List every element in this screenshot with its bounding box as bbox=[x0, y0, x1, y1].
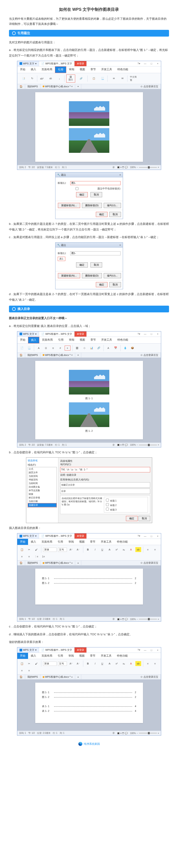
list-item[interactable]: 标记目录项 bbox=[28, 496, 57, 499]
endnote-btn[interactable]: ab bbox=[46, 74, 55, 83]
m2-start[interactable]: 开始 bbox=[17, 337, 28, 343]
list-item[interactable]: 跳至文件 bbox=[28, 471, 57, 474]
font-select[interactable]: 宋体 bbox=[43, 548, 57, 552]
win-help[interactable]: ?▾ bbox=[136, 61, 142, 66]
list-item[interactable]: 自动图文集 bbox=[28, 485, 57, 489]
list-item[interactable]: 公式 bbox=[28, 467, 57, 471]
toc-button[interactable]: 📑 bbox=[19, 74, 28, 83]
win-max[interactable]: □ bbox=[148, 61, 155, 66]
cancel-button-2[interactable]: 取消 bbox=[109, 212, 121, 217]
chk-h3[interactable] bbox=[106, 507, 109, 510]
ok-button-4[interactable]: 确定 bbox=[96, 282, 108, 287]
app-tab-doc[interactable]: 📄WPS客服中…WPS 文字 bbox=[39, 61, 75, 66]
m2-view[interactable]: 视图 bbox=[77, 337, 88, 343]
num-btn[interactable]: # bbox=[57, 346, 63, 350]
chk-h2[interactable] bbox=[106, 503, 109, 506]
mail-button[interactable]: ✉ bbox=[109, 74, 118, 83]
list-item[interactable]: 文档的页数 bbox=[28, 507, 57, 508]
menu-view[interactable]: 视图 bbox=[77, 66, 88, 73]
menu-start[interactable]: 开始 bbox=[17, 66, 28, 73]
watermark-btn[interactable]: 💧 bbox=[122, 346, 128, 350]
ok-button-2[interactable]: 确定 bbox=[96, 212, 108, 217]
new-label-button[interactable]: 新建标签(N)... bbox=[58, 203, 80, 208]
list-item[interactable]: 当前页码 bbox=[28, 474, 57, 478]
fc-ok[interactable]: 确定 bbox=[126, 516, 138, 521]
caption-button[interactable]: 🖼题注 bbox=[66, 74, 75, 83]
list-item[interactable]: 当前日期 bbox=[28, 499, 57, 503]
footnote-btn[interactable]: ab¹ bbox=[39, 76, 45, 81]
field-button[interactable]: ≡ bbox=[65, 346, 70, 350]
fc-sample2[interactable]: 目录 bbox=[60, 489, 150, 494]
numbering-button[interactable]: 编号(U)... bbox=[104, 203, 121, 208]
dlg-close-icon[interactable]: × bbox=[119, 174, 121, 176]
text-btn[interactable]: A bbox=[36, 346, 42, 350]
fc-sample[interactable]: 创建正文目录 bbox=[60, 482, 150, 488]
win-close[interactable]: × bbox=[155, 61, 161, 66]
app-tab-login[interactable]: 未登录 bbox=[75, 61, 87, 66]
list-item-selected[interactable]: 创建目录 bbox=[28, 503, 57, 507]
chk-h1[interactable] bbox=[106, 499, 109, 501]
insert-index[interactable]: 📃 bbox=[100, 76, 106, 81]
italic-btn[interactable]: I bbox=[92, 547, 98, 552]
del-label-button-2[interactable]: 删除标签(D) bbox=[82, 273, 102, 278]
doc-btn[interactable]: 📄 bbox=[19, 346, 25, 350]
numbering-button-2[interactable]: 编号(U)... bbox=[104, 273, 121, 278]
field-list[interactable]: 公式 跳至文件 当前页码 书签页码 当前时间 自动图文集 本节总页数 链接 标记… bbox=[28, 467, 57, 508]
highlight-btn[interactable]: ab bbox=[135, 547, 141, 552]
cancel-button-4[interactable]: 取消 bbox=[109, 282, 121, 287]
list-item[interactable]: 当前时间 bbox=[28, 482, 57, 485]
fc-cancel[interactable]: 取消 bbox=[139, 516, 150, 521]
format-painter[interactable]: 🖌 bbox=[33, 547, 39, 552]
m2-special[interactable]: 特色功能 bbox=[115, 337, 131, 343]
mark-entry[interactable]: 📋 bbox=[89, 74, 98, 83]
size-select[interactable]: 五号 bbox=[58, 548, 67, 552]
m2-review[interactable]: 审阅 bbox=[66, 337, 77, 343]
menu-ref[interactable]: 引用 bbox=[55, 66, 66, 73]
m3-start[interactable]: 开始 bbox=[17, 539, 28, 545]
m2-layout[interactable]: 页面布局 bbox=[39, 337, 55, 343]
doctab-login[interactable]: ☆ 点击登录百宝 bbox=[138, 84, 161, 89]
shape-btn[interactable]: ◇ bbox=[82, 346, 87, 350]
obj-btn[interactable]: 📦 bbox=[129, 346, 135, 350]
list-item[interactable]: 本节总页数 bbox=[28, 489, 57, 492]
page-btn[interactable]: 📃 bbox=[26, 346, 32, 350]
bold-btn[interactable]: B bbox=[85, 547, 91, 552]
doctab-file[interactable]: WPS客服中心稿.docx *× bbox=[40, 84, 75, 89]
ok-button-3[interactable]: 确定 bbox=[76, 262, 88, 268]
cancel-button[interactable]: 取消 bbox=[90, 192, 102, 197]
m2-insert[interactable]: 插入 bbox=[28, 337, 39, 343]
date-btn[interactable]: 📅 bbox=[113, 346, 119, 350]
cut-btn[interactable]: ✂ bbox=[26, 547, 32, 552]
app-tab-main[interactable]: WPS 文字▾ bbox=[17, 61, 39, 66]
m2-dev[interactable]: 开发工具 bbox=[98, 337, 115, 343]
menu-dev[interactable]: 开发工具 bbox=[98, 66, 115, 73]
envelope[interactable]: ✉ bbox=[120, 76, 125, 81]
img-btn[interactable]: 🖼 bbox=[74, 346, 80, 350]
app2-tab-main[interactable]: WPS 文字▾ bbox=[17, 332, 39, 337]
win-min[interactable]: — bbox=[142, 61, 148, 66]
link-btn[interactable]: 🔗 bbox=[96, 346, 102, 350]
menu-special[interactable]: 特色功能 bbox=[115, 66, 131, 73]
list-item[interactable]: 书签页码 bbox=[28, 478, 57, 482]
m2-section[interactable]: 章节 bbox=[88, 337, 98, 343]
chart-btn[interactable]: 📊 bbox=[89, 346, 94, 350]
translate-button[interactable]: 中文简繁 bbox=[129, 74, 138, 83]
menu-review[interactable]: 审阅 bbox=[66, 66, 77, 73]
m2-ref[interactable]: 引用 bbox=[55, 337, 66, 343]
field-code-input[interactable]: TOC \h \z \c "图 1-" bbox=[60, 467, 150, 472]
dlg2-close-icon[interactable]: × bbox=[119, 244, 121, 246]
eq-btn[interactable]: π bbox=[50, 346, 56, 350]
doctab-home[interactable]: 🏠 bbox=[17, 84, 25, 89]
list-item[interactable]: 链接 bbox=[28, 492, 57, 496]
crossref-button[interactable]: 🔗 bbox=[77, 74, 86, 83]
symbol-btn[interactable]: Ω bbox=[43, 346, 49, 350]
del-label-button[interactable]: 删除标签(D) bbox=[82, 203, 102, 208]
color-btn[interactable]: A bbox=[128, 547, 134, 552]
new-label-button-2[interactable]: 新建标签(N)... bbox=[58, 273, 80, 278]
doctab-skin[interactable]: 我的WPS bbox=[25, 84, 40, 89]
app2-tab-login[interactable]: 未登录 bbox=[75, 332, 87, 337]
next-note[interactable]: ↓ bbox=[57, 76, 62, 81]
update-toc[interactable]: ↻ bbox=[29, 76, 35, 81]
menu-insert[interactable]: 插入 bbox=[28, 66, 39, 73]
underline-btn[interactable]: U bbox=[99, 547, 105, 552]
